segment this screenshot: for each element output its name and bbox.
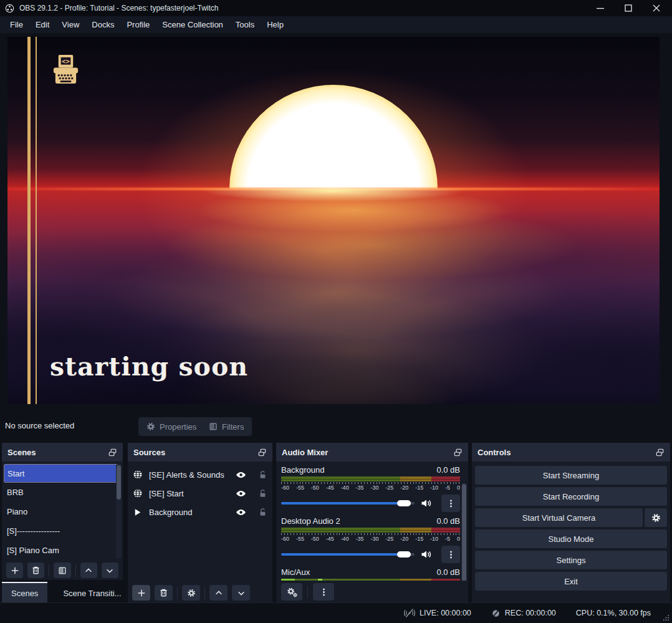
controls-panel: Controls Start Streaming Start Recording… bbox=[472, 443, 670, 603]
starting-soon-text: starting soon bbox=[50, 352, 248, 382]
controls-header: Controls bbox=[472, 443, 670, 461]
popout-icon[interactable] bbox=[108, 448, 117, 457]
unlock-icon[interactable] bbox=[258, 470, 267, 480]
start-recording-button[interactable]: Start Recording bbox=[475, 487, 667, 506]
gear-icon bbox=[146, 422, 155, 431]
popout-icon[interactable] bbox=[655, 448, 665, 457]
volume-slider-handle[interactable] bbox=[397, 551, 411, 558]
menu-profile[interactable]: Profile bbox=[120, 17, 156, 32]
maximize-button[interactable] bbox=[623, 4, 633, 13]
browser-source-icon bbox=[133, 488, 143, 498]
sky bbox=[7, 37, 660, 189]
status-bar: LIVE: 00:00:00 REC: 00:00:00 CPU: 0.1%, … bbox=[0, 602, 672, 623]
obs-logo-icon bbox=[5, 4, 14, 13]
studio-mode-button[interactable]: Studio Mode bbox=[475, 529, 667, 548]
sources-panel: Sources [SE] Alerts & Sounds [SE] Start … bbox=[128, 443, 272, 603]
scene-item-brb[interactable]: BRB bbox=[2, 483, 123, 502]
scene-item-piano-cam[interactable]: [S] Piano Cam bbox=[2, 541, 123, 560]
start-streaming-button[interactable]: Start Streaming bbox=[475, 466, 667, 485]
volume-slider-handle[interactable] bbox=[397, 500, 411, 506]
advanced-audio-properties-button[interactable] bbox=[281, 583, 302, 601]
source-row-start[interactable]: [SE] Start bbox=[128, 484, 272, 503]
add-source-button[interactable] bbox=[132, 585, 150, 601]
scenes-header: Scenes bbox=[2, 443, 123, 461]
menu-scene-collection[interactable]: Scene Collection bbox=[156, 17, 229, 32]
scenes-scrollbar[interactable] bbox=[116, 464, 122, 559]
channel-db-value: 0.0 dB bbox=[436, 465, 460, 475]
sources-toolbar bbox=[128, 582, 272, 603]
speaker-mute-icon[interactable] bbox=[421, 549, 432, 559]
volume-slider[interactable] bbox=[281, 500, 415, 506]
window-resize-grip[interactable] bbox=[663, 614, 670, 621]
settings-button[interactable]: Settings bbox=[475, 551, 667, 569]
rec-time: REC: 00:00:00 bbox=[505, 609, 556, 617]
unlock-icon[interactable] bbox=[258, 508, 267, 517]
toolbar-separator bbox=[177, 587, 178, 599]
cpu-fps-stats: CPU: 0.1%, 30.00 fps bbox=[576, 609, 651, 617]
rec-circle-icon bbox=[491, 609, 501, 618]
controls-body: Start Streaming Start Recording Start Vi… bbox=[472, 461, 670, 603]
source-row-background[interactable]: Background bbox=[128, 503, 272, 521]
move-source-up-button[interactable] bbox=[209, 585, 228, 601]
tab-scene-transitions[interactable]: Scene Transiti... bbox=[54, 582, 130, 603]
scene-item-piano[interactable]: Piano bbox=[2, 502, 123, 521]
toolbar-separator bbox=[49, 564, 49, 577]
start-virtual-camera-button[interactable]: Start Virtual Camera bbox=[475, 508, 643, 527]
volume-slider[interactable] bbox=[281, 551, 415, 558]
audio-mixer-panel: Audio Mixer Background 0.0 dB -60-55-50-… bbox=[276, 443, 468, 603]
exit-button[interactable]: Exit bbox=[475, 572, 667, 591]
browser-source-icon bbox=[133, 470, 143, 480]
decor-vertical-line-thin bbox=[36, 37, 37, 404]
speaker-mute-icon[interactable] bbox=[421, 498, 432, 508]
tab-scenes[interactable]: Scenes bbox=[2, 582, 47, 603]
mixer-channel-desktop-audio-2: Desktop Audio 2 0.0 dB -60-55-50-45-40-3… bbox=[281, 516, 460, 563]
scrollbar-thumb[interactable] bbox=[462, 484, 466, 584]
source-row-alerts[interactable]: [SE] Alerts & Sounds bbox=[128, 465, 272, 484]
channel-name: Mic/Aux bbox=[281, 567, 310, 577]
move-source-down-button[interactable] bbox=[232, 585, 250, 601]
filters-button[interactable]: Filters bbox=[201, 417, 252, 436]
sun bbox=[229, 85, 438, 189]
scene-item-start[interactable]: Start bbox=[4, 464, 121, 483]
move-scene-up-button[interactable] bbox=[80, 563, 97, 578]
visibility-eye-icon[interactable] bbox=[236, 470, 246, 480]
scene-filters-button[interactable] bbox=[54, 563, 70, 578]
add-scene-button[interactable] bbox=[6, 563, 23, 578]
channel-options-kebab-button[interactable] bbox=[441, 546, 460, 563]
preview-canvas[interactable]: starting soon bbox=[7, 37, 660, 404]
menu-view[interactable]: View bbox=[55, 17, 85, 32]
mixer-options-kebab-button[interactable] bbox=[313, 583, 334, 601]
no-source-selected-label: No source selected bbox=[5, 421, 74, 430]
properties-button[interactable]: Properties bbox=[138, 417, 204, 436]
scene-item-separator[interactable]: [S]---------------- bbox=[2, 521, 123, 541]
close-button[interactable] bbox=[651, 4, 661, 13]
menu-tools[interactable]: Tools bbox=[229, 17, 261, 32]
remove-source-button[interactable] bbox=[155, 585, 173, 601]
volume-meter bbox=[281, 476, 460, 481]
menu-file[interactable]: File bbox=[4, 17, 29, 32]
channel-db-value: 0.0 dB bbox=[436, 567, 460, 577]
move-scene-down-button[interactable] bbox=[102, 563, 118, 578]
source-properties-button[interactable] bbox=[182, 585, 200, 601]
visibility-eye-icon[interactable] bbox=[236, 507, 246, 518]
media-source-icon bbox=[133, 508, 143, 517]
channel-options-kebab-button[interactable] bbox=[441, 495, 460, 512]
audio-mixer-header: Audio Mixer bbox=[276, 443, 468, 461]
remove-scene-button[interactable] bbox=[27, 563, 44, 578]
scene-list: Start BRB Piano [S]---------------- [S] … bbox=[2, 461, 123, 560]
volume-meter bbox=[281, 528, 460, 533]
unlock-icon[interactable] bbox=[258, 489, 267, 498]
live-time: LIVE: 00:00:00 bbox=[420, 609, 471, 617]
popout-icon[interactable] bbox=[453, 448, 463, 457]
popout-icon[interactable] bbox=[257, 448, 267, 457]
scrollbar-thumb[interactable] bbox=[117, 465, 121, 500]
visibility-eye-icon[interactable] bbox=[236, 488, 246, 499]
menu-docks[interactable]: Docks bbox=[85, 17, 120, 32]
dock-tabs: Scenes Scene Transiti... bbox=[2, 582, 131, 603]
virtual-camera-settings-button[interactable] bbox=[645, 508, 667, 527]
meter-tick-labels: -60-55-50-45-40-35-30-25-20-15-10-50 bbox=[281, 485, 460, 491]
toolbar-separator bbox=[204, 587, 205, 599]
menu-help[interactable]: Help bbox=[261, 17, 290, 32]
minimize-button[interactable] bbox=[595, 4, 605, 13]
menu-edit[interactable]: Edit bbox=[29, 17, 55, 32]
